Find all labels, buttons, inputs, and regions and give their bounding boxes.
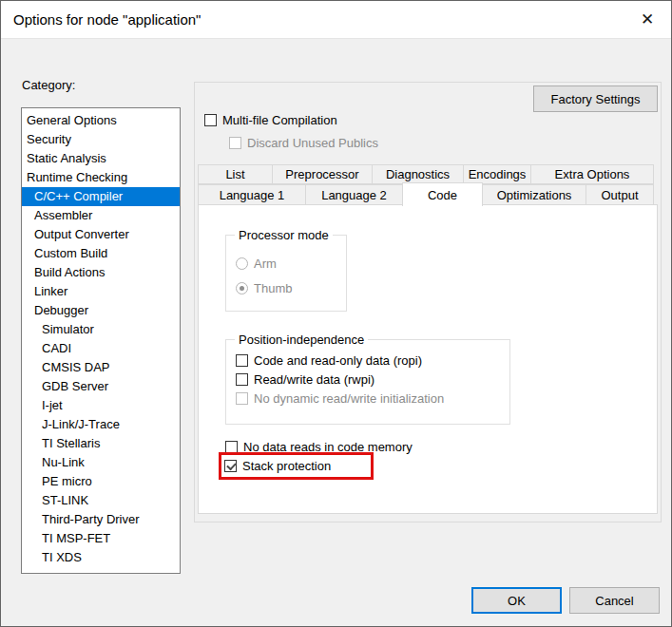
tab-row-2: Language 1Language 2CodeOptimizationsOut… xyxy=(198,184,654,205)
multi-file-compilation-checkbox[interactable]: Multi-file Compilation xyxy=(204,113,337,127)
radio-icon xyxy=(236,257,248,270)
tab-encodings[interactable]: Encodings xyxy=(463,164,531,184)
processor-mode-group: Processor mode Arm Thumb xyxy=(225,235,347,312)
category-item-static-analysis[interactable]: Static Analysis xyxy=(22,149,180,168)
processor-mode-legend: Processor mode xyxy=(235,228,333,242)
radio-thumb-label: Thumb xyxy=(254,281,292,295)
checkbox-icon xyxy=(229,137,241,149)
checkbox-icon xyxy=(236,354,248,367)
category-item-ti-xds[interactable]: TI XDS xyxy=(22,548,180,567)
radio-arm: Arm xyxy=(236,256,277,271)
category-item-ti-stellaris[interactable]: TI Stellaris xyxy=(22,434,180,453)
stack-protection-checkbox[interactable]: Stack protection xyxy=(224,459,331,473)
titlebar: Options for node "application" ✕ xyxy=(1,1,671,39)
checkbox-icon xyxy=(204,114,217,126)
read-write-data-rwpi-checkbox[interactable]: Read/write data (rwpi) xyxy=(236,372,374,387)
code-tab-panel: Processor mode Arm Thumb Position-indepe… xyxy=(198,204,658,514)
category-item-general-options[interactable]: General Options xyxy=(22,111,180,130)
category-item-custom-build[interactable]: Custom Build xyxy=(22,244,180,263)
category-item-assembler[interactable]: Assembler xyxy=(22,206,180,225)
category-item-cmsis-dap[interactable]: CMSIS DAP xyxy=(22,358,180,377)
no-dynamic-read-write-initialization-checkbox: No dynamic read/write initialization xyxy=(236,391,444,406)
ok-button[interactable]: OK xyxy=(471,587,562,614)
discard-unused-publics-checkbox: Discard Unused Publics xyxy=(229,136,378,150)
category-item-nu-link[interactable]: Nu-Link xyxy=(22,453,180,472)
checkbox-checked-icon xyxy=(224,460,237,472)
category-item-debugger[interactable]: Debugger xyxy=(22,301,180,320)
close-icon[interactable]: ✕ xyxy=(629,1,665,38)
tab-preprocessor[interactable]: Preprocessor xyxy=(272,164,373,184)
cancel-button[interactable]: Cancel xyxy=(569,587,660,614)
category-item-build-actions[interactable]: Build Actions xyxy=(22,263,180,282)
category-label: Category: xyxy=(22,78,75,92)
category-item-output-converter[interactable]: Output Converter xyxy=(22,225,180,244)
category-item-j-link-j-trace[interactable]: J-Link/J-Trace xyxy=(22,415,180,434)
radio-selected-icon xyxy=(236,282,248,294)
code-and-read-only-data-ropi-checkbox[interactable]: Code and read-only data (ropi) xyxy=(236,353,422,368)
checkbox-icon xyxy=(236,392,248,405)
category-item-gdb-server[interactable]: GDB Server xyxy=(22,377,180,396)
category-item-cadi[interactable]: CADI xyxy=(22,339,180,358)
factory-settings-button[interactable]: Factory Settings xyxy=(533,86,658,112)
code-and-read-only-data-ropi-label: Code and read-only data (ropi) xyxy=(254,353,422,368)
category-item-i-jet[interactable]: I-jet xyxy=(22,396,180,415)
category-item-st-link[interactable]: ST-LINK xyxy=(22,491,180,510)
tab-extra-options[interactable]: Extra Options xyxy=(530,164,654,184)
no-dynamic-read-write-initialization-label: No dynamic read/write initialization xyxy=(254,391,444,406)
category-item-ti-msp-fet[interactable]: TI MSP-FET xyxy=(22,529,180,548)
category-item-pe-micro[interactable]: PE micro xyxy=(22,472,180,491)
tab-row-1: ListPreprocessorDiagnosticsEncodingsExtr… xyxy=(198,164,654,184)
checkbox-icon xyxy=(236,373,248,386)
category-list[interactable]: General OptionsSecurityStatic AnalysisRu… xyxy=(21,107,181,574)
tab-code[interactable]: Code xyxy=(402,182,483,206)
tab-language-1[interactable]: Language 1 xyxy=(198,184,306,205)
read-write-data-rwpi-label: Read/write data (rwpi) xyxy=(254,372,374,387)
category-item-runtime-checking[interactable]: Runtime Checking xyxy=(22,168,180,187)
category-item-simulator[interactable]: Simulator xyxy=(22,320,180,339)
category-item-c-c-compiler[interactable]: C/C++ Compiler xyxy=(22,187,180,206)
tab-list[interactable]: List xyxy=(198,164,273,184)
no-data-reads-checkbox[interactable]: No data reads in code memory xyxy=(225,440,413,454)
tab-diagnostics[interactable]: Diagnostics xyxy=(372,164,464,184)
tab-language-2[interactable]: Language 2 xyxy=(305,184,403,205)
radio-thumb: Thumb xyxy=(236,281,292,295)
no-data-reads-label: No data reads in code memory xyxy=(243,440,413,454)
tab-output[interactable]: Output xyxy=(586,184,654,205)
multi-file-compilation-label: Multi-file Compilation xyxy=(222,113,337,127)
radio-arm-label: Arm xyxy=(254,256,277,271)
tab-optimizations[interactable]: Optimizations xyxy=(482,184,586,205)
category-item-security[interactable]: Security xyxy=(22,130,180,149)
position-independence-legend: Position-independence xyxy=(235,332,368,347)
category-item-third-party-driver[interactable]: Third-Party Driver xyxy=(22,510,180,529)
options-dialog: Options for node "application" ✕ Categor… xyxy=(0,0,672,627)
category-item-linker[interactable]: Linker xyxy=(22,282,180,301)
stack-protection-label: Stack protection xyxy=(242,459,331,473)
position-independence-group: Position-independence Code and read-only… xyxy=(225,339,510,425)
checkbox-icon xyxy=(225,441,238,453)
window-title: Options for node "application" xyxy=(13,1,201,39)
discard-unused-publics-label: Discard Unused Publics xyxy=(247,136,378,150)
